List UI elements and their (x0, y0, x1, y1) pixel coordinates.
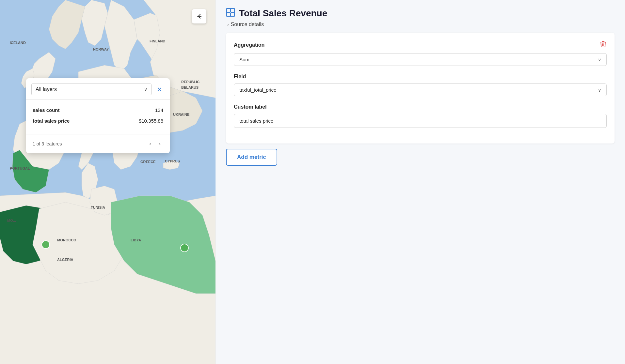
metric-label-1: total sales price (33, 118, 70, 124)
metric-value-0: 134 (155, 107, 163, 113)
field-value: taxful_total_price (239, 87, 276, 93)
aggregation-chevron-icon: ∨ (598, 57, 601, 62)
field-chevron-icon: ∨ (598, 87, 601, 93)
panel-title: Total Sales Revenue (239, 8, 327, 19)
aggregation-section: Aggregation Sum ∨ (234, 40, 607, 66)
svg-text:ICELAND: ICELAND (10, 41, 26, 45)
popup-header: All layers ∨ ✕ (26, 78, 170, 99)
svg-rect-23 (231, 8, 234, 12)
svg-text:TUNISIA: TUNISIA (91, 205, 105, 209)
add-metric-button[interactable]: Add metric (226, 149, 277, 166)
svg-text:MO...: MO... (7, 219, 16, 222)
map-popup: All layers ∨ ✕ sales count 134 total sal… (26, 78, 170, 153)
svg-text:CYPRUS: CYPRUS (165, 159, 180, 163)
chevron-down-icon: ∨ (144, 87, 147, 92)
features-count: 1 of 3 features (33, 141, 62, 146)
metric-value-1: $10,355.88 (139, 118, 163, 124)
metrics-card: Aggregation Sum ∨ Field (226, 33, 615, 144)
custom-label-heading: Custom label (234, 104, 266, 110)
layer-selector-label: All layers (36, 86, 57, 92)
svg-text:NORWAY: NORWAY (93, 47, 109, 51)
svg-rect-25 (231, 13, 234, 16)
svg-rect-24 (227, 13, 230, 16)
field-section: Field taxful_total_price ∨ (234, 74, 607, 96)
popup-divider (26, 134, 170, 134)
svg-text:MOROCCO: MOROCCO (57, 238, 76, 242)
next-feature-button[interactable]: › (156, 140, 163, 148)
widget-icon (226, 8, 235, 19)
metric-row: sales count 134 (33, 105, 163, 115)
source-details-label: Source details (231, 22, 264, 27)
aggregation-label: Aggregation (234, 42, 264, 48)
map-container: ICELAND FINLAND NORWAY REPUBLIC BELARUS … (0, 0, 216, 364)
prev-feature-button[interactable]: ‹ (147, 140, 153, 148)
svg-text:REPUBLIC: REPUBLIC (181, 80, 200, 84)
field-label: Field (234, 74, 246, 80)
panel-header: Total Sales Revenue › Source details (216, 0, 625, 33)
aggregation-value: Sum (239, 57, 249, 62)
source-details-chevron-icon: › (227, 22, 229, 27)
svg-rect-22 (227, 8, 230, 12)
source-details-row[interactable]: › Source details (226, 22, 615, 27)
svg-point-2 (181, 244, 188, 252)
svg-text:BELARUS: BELARUS (181, 85, 199, 89)
aggregation-dropdown[interactable]: Sum ∨ (234, 53, 607, 66)
back-button[interactable] (192, 9, 206, 23)
svg-text:PORTUGAL: PORTUGAL (10, 166, 30, 170)
pagination-nav: ‹ › (147, 140, 163, 148)
custom-label-input[interactable] (234, 114, 607, 128)
aggregation-header: Aggregation (234, 40, 607, 49)
svg-text:LIBYA: LIBYA (131, 238, 141, 242)
svg-text:UKRAINE: UKRAINE (173, 113, 189, 116)
popup-footer: 1 of 3 features ‹ › (26, 137, 170, 153)
metric-label-0: sales count (33, 107, 60, 113)
custom-label-section: Custom label (234, 104, 607, 128)
title-row: Total Sales Revenue (226, 8, 615, 19)
popup-body: sales count 134 total sales price $10,35… (26, 99, 170, 131)
svg-text:FINLAND: FINLAND (150, 39, 165, 43)
layer-selector[interactable]: All layers ∨ (31, 83, 152, 95)
svg-point-1 (42, 241, 50, 249)
custom-label-header: Custom label (234, 104, 607, 110)
popup-close-button[interactable]: ✕ (154, 84, 165, 95)
field-dropdown[interactable]: taxful_total_price ∨ (234, 83, 607, 96)
panel-content: Aggregation Sum ∨ Field (216, 33, 625, 176)
delete-button[interactable] (600, 40, 607, 49)
right-panel: Total Sales Revenue › Source details Agg… (216, 0, 625, 364)
svg-text:ALGERIA: ALGERIA (57, 258, 73, 262)
field-header: Field (234, 74, 607, 80)
svg-text:GREECE: GREECE (140, 160, 155, 164)
metric-row: total sales price $10,355.88 (33, 115, 163, 126)
